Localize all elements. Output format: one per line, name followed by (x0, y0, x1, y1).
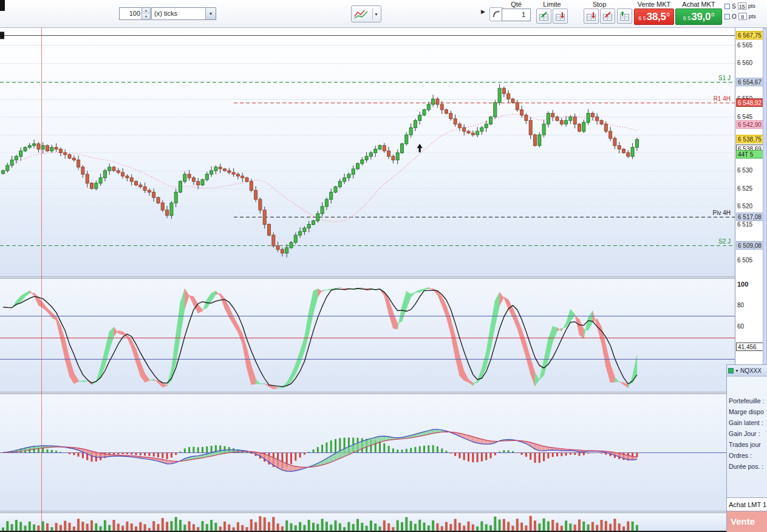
price-axis-label: 6 525 (736, 185, 754, 193)
buy-limit-icon (539, 11, 549, 21)
sell-market-button[interactable]: 6 5 38,5 0 (634, 9, 674, 25)
buy-stop-button[interactable] (584, 9, 599, 24)
chart-type-button[interactable]: ▼ (351, 5, 381, 22)
price-axis-label: 6 530 (736, 166, 754, 175)
price-axis-badge: 6 554,67 (736, 78, 766, 86)
svg-text:Piv 4H: Piv 4H (713, 210, 731, 216)
price-axis-label: 6 565 (736, 41, 754, 50)
limit-order-group: Limite (535, 1, 569, 24)
toolbar: 100 ▲▼ (x) ticks ▼ ▼ ▶ Qté 1 (0, 0, 767, 28)
price-axis-badge: 6 542,90 (736, 120, 766, 129)
chart-type-icon (353, 9, 370, 19)
stop-pts-value[interactable]: 15 (738, 2, 746, 10)
buy-limit-button[interactable] (536, 9, 551, 24)
limite-label: Limite (535, 1, 569, 8)
achat-mkt-label: Achat MKT (675, 1, 722, 8)
position-info-row: Durée pos. : (727, 461, 767, 472)
price-axis-badge: 6 567,75 (736, 31, 766, 39)
sell-limit-button[interactable] (553, 9, 568, 24)
objective-checkbox-label: O (732, 13, 737, 20)
quantity-group: Qté 1 (500, 1, 532, 21)
window-icon (728, 368, 734, 373)
chevron-down-icon[interactable]: ▼ (374, 12, 378, 16)
macd-canvas (0, 394, 735, 511)
window-edge-artifact (0, 0, 5, 11)
buy-market-group: Achat MKT 6 5 39,0 0 (675, 1, 722, 25)
sell-stop-icon (602, 11, 613, 21)
svg-text:S2 J: S2 J (718, 238, 731, 245)
spinner-buttons[interactable]: ▲▼ (141, 8, 150, 19)
divider (372, 8, 373, 20)
price-axis-badge: 6 538,75 (736, 135, 766, 143)
price-pane[interactable]: S1 JR1 4HPiv 4HS2 J (0, 27, 735, 276)
stop-order-group: Stop (582, 1, 616, 24)
order-tool-icon (492, 10, 501, 19)
achat-lmt-row[interactable]: Achat LMT 1 (727, 497, 767, 511)
price-axis-badge: 6 509,08 (736, 241, 766, 250)
interval-unit-select[interactable]: (x) ticks ▼ (151, 7, 216, 20)
sell-limit-icon (555, 11, 565, 21)
oscillator-axis-label: 60 (736, 322, 745, 331)
vente-button[interactable]: Vente (727, 511, 767, 532)
position-panel-body: Portefeuille :Marge dispoGain latent :Ga… (727, 376, 767, 497)
stop-checkbox[interactable] (724, 4, 730, 9)
oscillator-axis-label: 100 (736, 280, 749, 288)
sell-price-prefix: 6 5 (638, 15, 646, 21)
svg-text:S1 J: S1 J (718, 75, 731, 81)
interval-value-input[interactable]: 100 ▲▼ (119, 7, 151, 20)
expand-arrow-icon[interactable]: ▶ (481, 9, 485, 15)
position-info-row: Ordres : (727, 450, 767, 461)
sell-price-sup: 0 (667, 12, 670, 18)
stochastic-canvas (0, 279, 735, 392)
sell-price-main: 38,5 (647, 11, 666, 23)
sell-stop-button[interactable] (600, 9, 615, 24)
position-info-row: Trades jour (727, 439, 767, 450)
buy-price-prefix: 6 5 (683, 15, 691, 21)
oscillator-axis-label: 80 (736, 301, 745, 310)
qty-input[interactable]: 1 (502, 9, 531, 21)
price-axis-label: 6 505 (736, 256, 754, 265)
price-axis-badge: 6 548,92 (736, 98, 766, 107)
spin-up-icon[interactable]: ▲ (142, 8, 150, 14)
chevron-down-icon[interactable]: ▼ (735, 369, 739, 373)
stochastic-pane[interactable] (0, 279, 735, 392)
stop-objective-settings: S 15 pts O 8 pts (724, 2, 767, 22)
chart-area: S1 JR1 4HPiv 4HS2 J (0, 27, 735, 532)
position-info-row: Gain latent : (727, 417, 767, 428)
price-axis-label: 6 560 (736, 59, 754, 67)
vente-mkt-label: Vente MKT (634, 1, 674, 8)
svg-text:R1 4H: R1 4H (714, 95, 731, 102)
buy-price-main: 39,0 (691, 11, 711, 23)
position-info-row: Portefeuille : (727, 395, 767, 406)
buy-market-button[interactable]: 6 5 39,0 0 (675, 9, 722, 25)
interval-value: 100 (120, 8, 141, 19)
trading-app: 100 ▲▼ (x) ticks ▼ ▼ ▶ Qté 1 (0, 0, 767, 532)
oscillator-value-badge: 41,456 (736, 343, 766, 351)
volume-pane[interactable] (0, 513, 735, 532)
vertical-scrollbar[interactable] (763, 28, 767, 365)
stop-pts-unit: pts (748, 3, 755, 9)
interval-unit-value: (x) ticks (152, 8, 205, 19)
order-grid-icon (619, 11, 630, 21)
volume-canvas (0, 513, 735, 531)
price-axis-label: 6 515 (736, 220, 754, 229)
objective-pts-value[interactable]: 8 (738, 13, 747, 20)
stop-checkbox-label: S (732, 3, 736, 10)
position-info-row: Marge dispo (727, 406, 767, 417)
order-grid-button[interactable] (617, 9, 632, 24)
qty-label: Qté (500, 1, 532, 8)
spin-down-icon[interactable]: ▼ (142, 14, 150, 20)
price-axis-badge: 44T 5 (736, 150, 766, 159)
price-axis-label: 6 520 (736, 202, 754, 211)
stop-label: Stop (582, 1, 616, 8)
macd-pane[interactable] (0, 394, 735, 511)
chevron-down-icon[interactable]: ▼ (205, 8, 216, 19)
cursor-vertical-line (41, 27, 42, 532)
price-chart-canvas: S1 JR1 4HPiv 4HS2 J (0, 27, 735, 276)
sell-market-group: Vente MKT 6 5 38,5 0 (634, 1, 674, 25)
instrument-title: NQXXX (740, 367, 762, 374)
position-info-row: Gain Jour : (727, 428, 767, 439)
objective-setting-row: O 8 pts (724, 12, 767, 21)
position-panel-header[interactable]: ▼ NQXXX (727, 365, 767, 377)
objective-checkbox[interactable] (724, 14, 730, 19)
